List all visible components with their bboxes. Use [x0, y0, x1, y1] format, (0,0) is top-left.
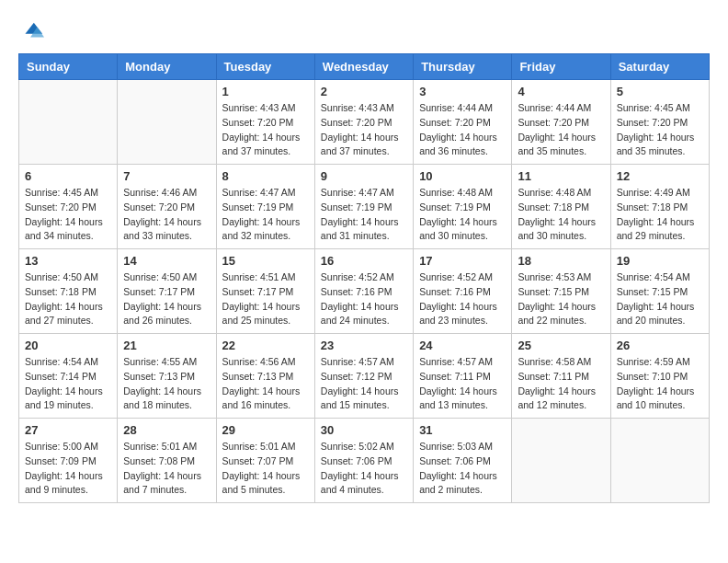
day-info: Sunrise: 4:54 AM Sunset: 7:14 PM Dayligh… [25, 355, 111, 413]
day-info: Sunrise: 4:54 AM Sunset: 7:15 PM Dayligh… [617, 270, 703, 328]
calendar-table: SundayMondayTuesdayWednesdayThursdayFrid… [18, 53, 710, 503]
day-info: Sunrise: 5:01 AM Sunset: 7:07 PM Dayligh… [222, 440, 309, 498]
page-header [18, 18, 710, 44]
calendar-cell: 4Sunrise: 4:44 AM Sunset: 7:20 PM Daylig… [512, 80, 610, 165]
calendar-cell [19, 80, 118, 165]
calendar-cell: 25Sunrise: 4:58 AM Sunset: 7:11 PM Dayli… [512, 334, 610, 419]
day-info: Sunrise: 4:53 AM Sunset: 7:15 PM Dayligh… [518, 270, 604, 328]
calendar-cell: 21Sunrise: 4:55 AM Sunset: 7:13 PM Dayli… [118, 334, 216, 419]
day-info: Sunrise: 4:44 AM Sunset: 7:20 PM Dayligh… [518, 101, 604, 159]
calendar-cell: 31Sunrise: 5:03 AM Sunset: 7:06 PM Dayli… [414, 419, 512, 503]
calendar-cell: 20Sunrise: 4:54 AM Sunset: 7:14 PM Dayli… [19, 334, 118, 419]
day-info: Sunrise: 4:52 AM Sunset: 7:16 PM Dayligh… [419, 270, 506, 328]
calendar-cell: 6Sunrise: 4:45 AM Sunset: 7:20 PM Daylig… [19, 165, 118, 249]
day-number: 14 [123, 254, 210, 268]
day-number: 17 [419, 254, 506, 268]
day-info: Sunrise: 4:47 AM Sunset: 7:19 PM Dayligh… [321, 186, 407, 244]
calendar-cell: 22Sunrise: 4:56 AM Sunset: 7:13 PM Dayli… [216, 334, 314, 419]
calendar-cell: 11Sunrise: 4:48 AM Sunset: 7:18 PM Dayli… [512, 165, 610, 249]
calendar-cell: 12Sunrise: 4:49 AM Sunset: 7:18 PM Dayli… [610, 165, 709, 249]
day-info: Sunrise: 4:43 AM Sunset: 7:20 PM Dayligh… [321, 101, 407, 159]
calendar-cell: 9Sunrise: 4:47 AM Sunset: 7:19 PM Daylig… [314, 165, 413, 249]
calendar-cell: 1Sunrise: 4:43 AM Sunset: 7:20 PM Daylig… [216, 80, 314, 165]
day-number: 18 [518, 254, 604, 268]
day-number: 3 [419, 85, 506, 98]
day-info: Sunrise: 5:00 AM Sunset: 7:09 PM Dayligh… [25, 440, 111, 498]
calendar-cell [610, 419, 709, 503]
day-number: 27 [25, 423, 111, 437]
day-info: Sunrise: 4:46 AM Sunset: 7:20 PM Dayligh… [123, 186, 210, 244]
calendar-cell [512, 419, 610, 503]
day-number: 21 [123, 339, 210, 352]
calendar-cell: 7Sunrise: 4:46 AM Sunset: 7:20 PM Daylig… [118, 165, 216, 249]
calendar-cell: 3Sunrise: 4:44 AM Sunset: 7:20 PM Daylig… [414, 80, 512, 165]
day-number: 15 [222, 254, 309, 268]
day-info: Sunrise: 4:43 AM Sunset: 7:20 PM Dayligh… [222, 101, 309, 159]
weekday-header-sunday: Sunday [19, 54, 118, 80]
day-number: 1 [222, 85, 309, 98]
day-number: 26 [617, 339, 703, 352]
weekday-header-monday: Monday [118, 54, 216, 80]
weekday-header-wednesday: Wednesday [314, 54, 413, 80]
weekday-header-tuesday: Tuesday [216, 54, 314, 80]
day-number: 12 [617, 169, 703, 183]
day-number: 30 [321, 423, 407, 437]
day-number: 11 [518, 169, 604, 183]
calendar-cell: 8Sunrise: 4:47 AM Sunset: 7:19 PM Daylig… [216, 165, 314, 249]
week-row-3: 13Sunrise: 4:50 AM Sunset: 7:18 PM Dayli… [19, 249, 710, 334]
calendar-cell: 2Sunrise: 4:43 AM Sunset: 7:20 PM Daylig… [314, 80, 413, 165]
day-number: 16 [321, 254, 407, 268]
calendar-cell: 14Sunrise: 4:50 AM Sunset: 7:17 PM Dayli… [118, 249, 216, 334]
weekday-header-saturday: Saturday [610, 54, 709, 80]
weekday-header-row: SundayMondayTuesdayWednesdayThursdayFrid… [19, 54, 710, 80]
day-info: Sunrise: 4:48 AM Sunset: 7:18 PM Dayligh… [518, 186, 604, 244]
day-number: 20 [25, 339, 111, 352]
calendar-cell: 18Sunrise: 4:53 AM Sunset: 7:15 PM Dayli… [512, 249, 610, 334]
calendar-cell: 27Sunrise: 5:00 AM Sunset: 7:09 PM Dayli… [19, 419, 118, 503]
calendar-cell: 17Sunrise: 4:52 AM Sunset: 7:16 PM Dayli… [414, 249, 512, 334]
calendar-cell [118, 80, 216, 165]
day-number: 22 [222, 339, 309, 352]
day-number: 28 [123, 423, 210, 437]
day-number: 24 [419, 339, 506, 352]
day-number: 9 [321, 169, 407, 183]
day-info: Sunrise: 4:50 AM Sunset: 7:17 PM Dayligh… [123, 270, 210, 328]
calendar-cell: 16Sunrise: 4:52 AM Sunset: 7:16 PM Dayli… [314, 249, 413, 334]
calendar-cell: 26Sunrise: 4:59 AM Sunset: 7:10 PM Dayli… [610, 334, 709, 419]
week-row-1: 1Sunrise: 4:43 AM Sunset: 7:20 PM Daylig… [19, 80, 710, 165]
day-number: 6 [25, 169, 111, 183]
day-info: Sunrise: 4:45 AM Sunset: 7:20 PM Dayligh… [25, 186, 111, 244]
day-info: Sunrise: 4:49 AM Sunset: 7:18 PM Dayligh… [617, 186, 703, 244]
logo [18, 18, 48, 44]
day-info: Sunrise: 4:48 AM Sunset: 7:19 PM Dayligh… [419, 186, 506, 244]
day-number: 2 [321, 85, 407, 98]
day-number: 7 [123, 169, 210, 183]
weekday-header-thursday: Thursday [414, 54, 512, 80]
day-number: 4 [518, 85, 604, 98]
day-number: 5 [617, 85, 703, 98]
calendar-cell: 19Sunrise: 4:54 AM Sunset: 7:15 PM Dayli… [610, 249, 709, 334]
day-info: Sunrise: 4:47 AM Sunset: 7:19 PM Dayligh… [222, 186, 309, 244]
calendar-cell: 13Sunrise: 4:50 AM Sunset: 7:18 PM Dayli… [19, 249, 118, 334]
day-number: 10 [419, 169, 506, 183]
calendar-cell: 30Sunrise: 5:02 AM Sunset: 7:06 PM Dayli… [314, 419, 413, 503]
calendar-cell: 10Sunrise: 4:48 AM Sunset: 7:19 PM Dayli… [414, 165, 512, 249]
day-info: Sunrise: 4:51 AM Sunset: 7:17 PM Dayligh… [222, 270, 309, 328]
day-number: 8 [222, 169, 309, 183]
calendar-cell: 5Sunrise: 4:45 AM Sunset: 7:20 PM Daylig… [610, 80, 709, 165]
calendar-cell: 23Sunrise: 4:57 AM Sunset: 7:12 PM Dayli… [314, 334, 413, 419]
day-info: Sunrise: 5:01 AM Sunset: 7:08 PM Dayligh… [123, 440, 210, 498]
day-info: Sunrise: 5:03 AM Sunset: 7:06 PM Dayligh… [419, 440, 506, 498]
calendar-cell: 15Sunrise: 4:51 AM Sunset: 7:17 PM Dayli… [216, 249, 314, 334]
calendar-cell: 28Sunrise: 5:01 AM Sunset: 7:08 PM Dayli… [118, 419, 216, 503]
day-info: Sunrise: 4:58 AM Sunset: 7:11 PM Dayligh… [518, 355, 604, 413]
calendar-cell: 24Sunrise: 4:57 AM Sunset: 7:11 PM Dayli… [414, 334, 512, 419]
day-info: Sunrise: 5:02 AM Sunset: 7:06 PM Dayligh… [321, 440, 407, 498]
calendar-cell: 29Sunrise: 5:01 AM Sunset: 7:07 PM Dayli… [216, 419, 314, 503]
weekday-header-friday: Friday [512, 54, 610, 80]
day-info: Sunrise: 4:57 AM Sunset: 7:11 PM Dayligh… [419, 355, 506, 413]
day-number: 31 [419, 423, 506, 437]
week-row-5: 27Sunrise: 5:00 AM Sunset: 7:09 PM Dayli… [19, 419, 710, 503]
day-number: 25 [518, 339, 604, 352]
day-info: Sunrise: 4:55 AM Sunset: 7:13 PM Dayligh… [123, 355, 210, 413]
